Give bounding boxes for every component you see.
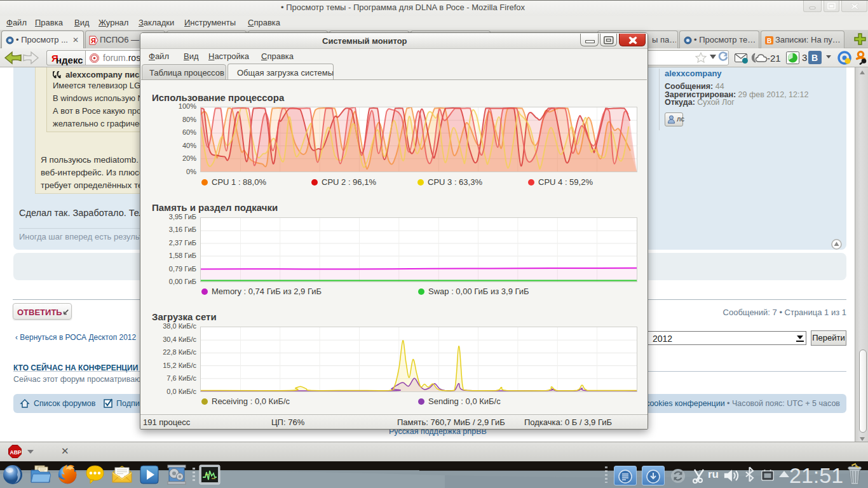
svg-text:Я: Я	[91, 37, 96, 44]
svg-text:B: B	[767, 37, 771, 44]
svg-text:B: B	[811, 53, 818, 63]
svg-text:ABP: ABP	[10, 449, 22, 456]
